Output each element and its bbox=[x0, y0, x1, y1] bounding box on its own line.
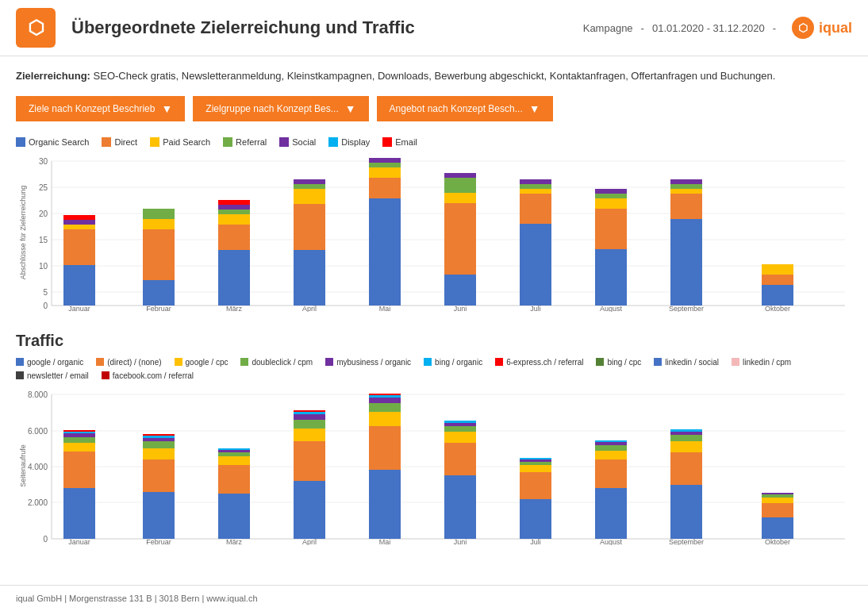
filter-btn-1[interactable]: Ziele nach Konzept Beschrieb ▼ bbox=[16, 96, 185, 121]
svg-rect-56 bbox=[520, 179, 551, 184]
svg-rect-55 bbox=[520, 184, 551, 189]
svg-rect-147 bbox=[670, 452, 702, 485]
legend-dot-social bbox=[279, 137, 289, 147]
iqual-icon: ⬡ bbox=[792, 17, 814, 39]
svg-rect-146 bbox=[670, 485, 702, 539]
legend-label-email: Email bbox=[395, 137, 417, 147]
filter-btn-3[interactable]: Angebot nach Konzept Besch... ▼ bbox=[377, 96, 553, 121]
traffic-bar-mai: Mai bbox=[369, 394, 401, 545]
svg-rect-71 bbox=[762, 275, 793, 285]
svg-rect-42 bbox=[369, 167, 401, 178]
svg-rect-60 bbox=[595, 198, 627, 209]
svg-rect-86 bbox=[63, 488, 95, 539]
svg-rect-41 bbox=[369, 178, 401, 198]
meta-dash2: - bbox=[773, 22, 776, 34]
page-title: Übergeordnete Zielerreichung und Traffic bbox=[71, 17, 583, 38]
svg-rect-54 bbox=[520, 189, 551, 194]
svg-rect-48 bbox=[444, 193, 476, 203]
llabel-newsletter: newsletter / email bbox=[27, 371, 89, 380]
svg-rect-34 bbox=[294, 250, 325, 306]
bar-juni: Juni bbox=[444, 173, 476, 312]
svg-text:April: April bbox=[302, 538, 317, 545]
svg-rect-65 bbox=[670, 194, 702, 219]
svg-rect-25 bbox=[143, 209, 175, 219]
legend-label-display: Display bbox=[341, 137, 370, 147]
svg-rect-46 bbox=[444, 275, 476, 306]
svg-rect-114 bbox=[294, 412, 325, 414]
svg-rect-23 bbox=[143, 229, 175, 280]
svg-rect-105 bbox=[218, 452, 250, 456]
svg-rect-156 bbox=[762, 494, 793, 498]
svg-rect-136 bbox=[520, 459, 551, 462]
ldot-bing-organic bbox=[424, 358, 432, 366]
svg-rect-117 bbox=[369, 470, 401, 539]
svg-rect-144 bbox=[595, 440, 627, 442]
svg-text:Oktober: Oktober bbox=[765, 538, 790, 545]
svg-rect-130 bbox=[444, 421, 476, 423]
iqual-logo: ⬡ iqual bbox=[792, 17, 852, 39]
svg-text:Mai: Mai bbox=[379, 305, 391, 312]
svg-rect-96 bbox=[143, 448, 175, 459]
legend-label-organic: Organic Search bbox=[29, 137, 89, 147]
svg-rect-150 bbox=[670, 432, 702, 435]
svg-text:10: 10 bbox=[39, 262, 48, 271]
abschluesse-chart-svg: 30 25 20 15 10 5 0 Abschlüsse für Zieler… bbox=[16, 153, 849, 312]
legend-label-direct: Direct bbox=[114, 137, 137, 147]
svg-rect-112 bbox=[294, 420, 325, 429]
svg-rect-72 bbox=[762, 264, 793, 275]
llabel-bing-organic: bing / organic bbox=[435, 358, 482, 367]
svg-rect-67 bbox=[670, 184, 702, 189]
svg-text:0: 0 bbox=[43, 535, 48, 544]
svg-rect-133 bbox=[520, 472, 551, 499]
svg-text:20: 20 bbox=[39, 209, 48, 218]
svg-text:Seitenaufrufe: Seitenaufrufe bbox=[19, 444, 27, 487]
legend-label-social: Social bbox=[292, 137, 316, 147]
svg-text:25: 25 bbox=[39, 183, 48, 192]
header-meta: Kampagne - 01.01.2020 - 31.12.2020 - bbox=[583, 22, 776, 34]
legend-referral: Referral bbox=[223, 137, 267, 147]
svg-text:September: September bbox=[669, 305, 704, 312]
legend-paid-search: Paid Search bbox=[150, 137, 210, 147]
traffic-chart-svg: 8.000 6.000 4.000 2.000 0 Seitenaufrufe bbox=[16, 386, 849, 545]
legend-mybusiness: mybusiness / organic bbox=[325, 358, 411, 367]
svg-rect-126 bbox=[444, 443, 476, 475]
svg-rect-29 bbox=[218, 214, 250, 225]
svg-rect-135 bbox=[520, 462, 551, 465]
svg-rect-36 bbox=[294, 189, 325, 204]
legend-organic-search: Organic Search bbox=[16, 137, 89, 147]
svg-rect-107 bbox=[218, 448, 250, 450]
ldot-facebook bbox=[102, 371, 109, 379]
ldot-newsletter bbox=[16, 371, 24, 379]
llabel-6express: 6-express.ch / referral bbox=[506, 358, 583, 367]
legend-direct-none: (direct) / (none) bbox=[96, 358, 161, 367]
traffic-bar-august: August bbox=[595, 440, 627, 545]
legend-dot-direct bbox=[102, 137, 111, 147]
zielerreichung-label: Zielerreichung: bbox=[16, 70, 90, 82]
svg-rect-20 bbox=[63, 215, 95, 220]
meta-dash1: - bbox=[641, 22, 644, 34]
filter-btn-2[interactable]: Zielgruppe nach Konzept Bes... ▼ bbox=[193, 96, 368, 121]
svg-rect-32 bbox=[218, 200, 250, 205]
legend-facebook-referral: facebook.com / referral bbox=[102, 371, 194, 380]
legend-linkedin-social: linkedin / social bbox=[654, 358, 719, 367]
svg-rect-31 bbox=[218, 205, 250, 209]
traffic-section: Traffic google / organic (direct) / (non… bbox=[16, 332, 852, 545]
svg-rect-154 bbox=[762, 503, 793, 517]
legend-bing-cpc: bing / cpc bbox=[596, 358, 641, 367]
svg-rect-148 bbox=[670, 441, 702, 452]
svg-rect-119 bbox=[369, 412, 401, 426]
svg-text:Mai: Mai bbox=[379, 538, 391, 545]
svg-text:4.000: 4.000 bbox=[28, 463, 48, 471]
svg-text:2.000: 2.000 bbox=[28, 498, 48, 507]
svg-rect-66 bbox=[670, 189, 702, 194]
svg-rect-68 bbox=[670, 179, 702, 184]
ldot-bing-cpc bbox=[596, 358, 604, 366]
svg-rect-30 bbox=[218, 209, 250, 214]
filter-row: Ziele nach Konzept Beschrieb ▼ Zielgrupp… bbox=[16, 96, 852, 121]
svg-rect-40 bbox=[369, 198, 401, 306]
svg-rect-43 bbox=[369, 163, 401, 167]
ldot-doubleclick bbox=[240, 358, 248, 366]
zielerreichung-value: SEO-Check gratis, Newsletteranmeldung, K… bbox=[94, 70, 776, 82]
svg-rect-62 bbox=[595, 189, 627, 194]
legend-google-cpc: google / cpc bbox=[175, 358, 229, 367]
